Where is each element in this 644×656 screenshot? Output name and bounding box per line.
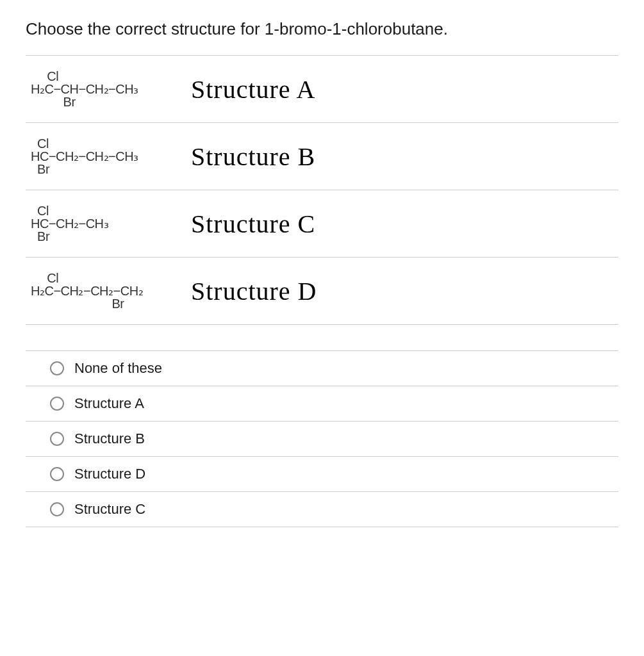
structure-row-d: Cl H₂C−CH₂−CH₂−CH₂ Br Structure D bbox=[26, 258, 618, 325]
chem-top: Cl bbox=[31, 70, 191, 83]
chem-structure-c: Cl HC−CH₂−CH₃ Br bbox=[31, 204, 191, 243]
chem-structure-a: Cl H₂C−CH−CH₂−CH₃ Br bbox=[31, 70, 191, 108]
chem-bot: Br bbox=[31, 95, 191, 108]
question-text: Choose the correct structure for 1-bromo… bbox=[26, 19, 618, 39]
radio-icon bbox=[50, 502, 64, 516]
answer-option-c[interactable]: Structure C bbox=[26, 492, 618, 527]
chem-structure-d: Cl H₂C−CH₂−CH₂−CH₂ Br bbox=[31, 272, 191, 310]
radio-icon bbox=[50, 467, 64, 481]
handwritten-label-b: Structure B bbox=[191, 142, 315, 172]
radio-icon bbox=[50, 397, 64, 411]
chem-bot: Br bbox=[31, 297, 191, 310]
answer-label: None of these bbox=[74, 360, 162, 377]
chem-mid: H₂C−CH−CH₂−CH₃ bbox=[31, 83, 191, 95]
handwritten-label-a: Structure A bbox=[191, 74, 315, 104]
answer-option-none[interactable]: None of these bbox=[26, 350, 618, 386]
chem-mid: H₂C−CH₂−CH₂−CH₂ bbox=[31, 284, 191, 297]
chem-top: Cl bbox=[31, 272, 191, 284]
chem-bot: Br bbox=[31, 230, 191, 243]
chem-top: Cl bbox=[31, 137, 191, 150]
chem-structure-b: Cl HC−CH₂−CH₂−CH₃ Br bbox=[31, 137, 191, 176]
structure-row-c: Cl HC−CH₂−CH₃ Br Structure C bbox=[26, 190, 618, 258]
structure-row-a: Cl H₂C−CH−CH₂−CH₃ Br Structure A bbox=[26, 56, 618, 123]
structures-container: Cl H₂C−CH−CH₂−CH₃ Br Structure A Cl HC−C… bbox=[26, 55, 618, 325]
radio-icon bbox=[50, 361, 64, 375]
answer-option-d[interactable]: Structure D bbox=[26, 457, 618, 492]
answer-option-a[interactable]: Structure A bbox=[26, 386, 618, 422]
structure-row-b: Cl HC−CH₂−CH₂−CH₃ Br Structure B bbox=[26, 123, 618, 190]
chem-mid: HC−CH₂−CH₂−CH₃ bbox=[31, 150, 191, 163]
answer-label: Structure C bbox=[74, 501, 145, 518]
chem-mid: HC−CH₂−CH₃ bbox=[31, 217, 191, 230]
answer-label: Structure B bbox=[74, 430, 145, 447]
radio-icon bbox=[50, 432, 64, 446]
handwritten-label-c: Structure C bbox=[191, 209, 315, 239]
answer-option-b[interactable]: Structure B bbox=[26, 422, 618, 457]
handwritten-label-d: Structure D bbox=[191, 276, 317, 306]
answer-label: Structure D bbox=[74, 466, 145, 482]
chem-top: Cl bbox=[31, 204, 191, 217]
answers-container: None of these Structure A Structure B St… bbox=[26, 350, 618, 527]
chem-bot: Br bbox=[31, 163, 191, 176]
answer-label: Structure A bbox=[74, 395, 144, 412]
